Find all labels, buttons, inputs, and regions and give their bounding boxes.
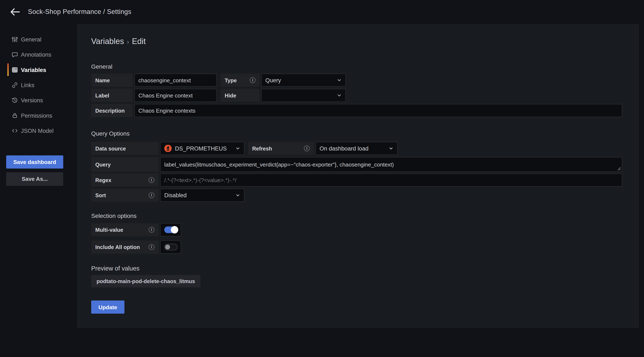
info-icon[interactable]	[149, 227, 154, 233]
sort-row: Sort Disabled	[91, 189, 622, 202]
include-all-toggle[interactable]	[160, 240, 181, 253]
back-button[interactable]	[8, 6, 21, 18]
history-icon	[12, 97, 18, 103]
refresh-label: Refresh	[248, 142, 314, 155]
link-icon	[12, 82, 18, 88]
breadcrumb-section[interactable]: Variables	[91, 37, 124, 46]
arrow-left-icon	[10, 7, 20, 17]
type-label: Type	[221, 74, 260, 87]
save-dashboard-button[interactable]: Save dashboard	[6, 155, 63, 168]
query-label: Query	[91, 157, 158, 172]
description-row: Description	[91, 104, 622, 117]
chevron-down-icon	[337, 93, 342, 98]
regex-row: Regex	[91, 173, 622, 186]
preview-section-title: Preview of values	[91, 265, 622, 272]
sidebar-item-general[interactable]: General	[0, 32, 77, 47]
hide-select[interactable]	[261, 89, 346, 102]
sidebar-item-annotations[interactable]: Annotations	[0, 47, 77, 62]
description-input[interactable]	[134, 104, 622, 117]
info-icon[interactable]	[250, 77, 255, 83]
data-source-select[interactable]: DS_PROMETHEUS	[160, 142, 244, 155]
name-input[interactable]	[134, 74, 217, 87]
preview-value-chip: podtato-main-pod-delete-chaos_litmus	[91, 275, 200, 287]
multi-value-row: Multi-value	[91, 223, 622, 236]
sliders-icon	[12, 36, 18, 43]
label-hide-row: Label Hide	[91, 89, 622, 102]
prometheus-icon	[164, 145, 172, 152]
hide-label: Hide	[221, 89, 260, 102]
description-label: Description	[91, 104, 133, 117]
type-select[interactable]: Query	[261, 74, 346, 87]
query-row: Query	[91, 157, 622, 172]
sidebar-item-json-model[interactable]: JSON Model	[0, 123, 77, 138]
sidebar-item-label: Versions	[21, 97, 43, 103]
breadcrumb-page: Edit	[132, 37, 146, 46]
regex-label: Regex	[91, 173, 158, 186]
sidebar-item-label: General	[21, 36, 42, 43]
code-icon	[12, 127, 18, 134]
sidebar-item-versions[interactable]: Versions	[0, 92, 77, 108]
chevron-down-icon	[235, 193, 240, 198]
sort-select[interactable]: Disabled	[160, 189, 244, 202]
info-icon[interactable]	[149, 192, 154, 198]
sidebar-item-label: Variables	[21, 66, 46, 73]
chevron-down-icon	[337, 78, 342, 83]
regex-input[interactable]	[160, 173, 622, 186]
label-label: Label	[91, 89, 133, 102]
sidebar-item-variables[interactable]: Variables	[0, 62, 77, 77]
sidebar-item-label: Annotations	[21, 51, 51, 58]
calculator-icon	[12, 66, 18, 73]
page-title: Sock-Shop Performance / Settings	[28, 8, 132, 16]
query-input[interactable]	[160, 157, 622, 172]
sort-label: Sort	[91, 189, 158, 202]
update-button[interactable]: Update	[91, 300, 124, 313]
name-label: Name	[91, 74, 133, 87]
lock-icon	[12, 112, 18, 119]
sidebar-item-links[interactable]: Links	[0, 77, 77, 92]
top-nav: Sock-Shop Performance / Settings	[0, 0, 644, 24]
multi-value-label: Multi-value	[91, 223, 158, 236]
save-as-button[interactable]: Save As...	[6, 172, 63, 186]
info-icon[interactable]	[149, 244, 154, 250]
selection-options-section-title: Selection options	[91, 213, 622, 220]
breadcrumb: Variables›Edit	[91, 36, 622, 47]
sidebar-item-label: Links	[21, 82, 34, 88]
sidebar-item-permissions[interactable]: Permissions	[0, 108, 77, 123]
name-type-row: Name Type Query	[91, 74, 622, 87]
variables-edit-panel: Variables›Edit General Name Type Query L…	[77, 24, 638, 327]
info-icon[interactable]	[304, 145, 310, 151]
info-icon[interactable]	[149, 177, 154, 183]
settings-sidebar: General Annotations	[0, 24, 77, 357]
general-section-title: General	[91, 63, 622, 70]
query-options-section-title: Query Options	[91, 130, 622, 137]
chevron-down-icon	[388, 146, 393, 151]
sidebar-item-label: JSON Model	[21, 127, 54, 134]
chevron-down-icon	[235, 146, 240, 151]
include-all-row: Include All option	[91, 240, 622, 253]
include-all-label: Include All option	[91, 240, 158, 253]
multi-value-toggle[interactable]	[160, 223, 181, 236]
refresh-select[interactable]: On dashboard load	[316, 142, 398, 155]
breadcrumb-separator: ›	[124, 38, 132, 45]
sidebar-item-label: Permissions	[21, 112, 52, 119]
comment-icon	[12, 51, 18, 58]
datasource-refresh-row: Data source DS_PROMETHEUS Refresh	[91, 142, 622, 155]
label-input[interactable]	[134, 89, 217, 102]
data-source-label: Data source	[91, 142, 158, 155]
grafana-settings-page: Sock-Shop Performance / Settings General…	[0, 0, 644, 357]
